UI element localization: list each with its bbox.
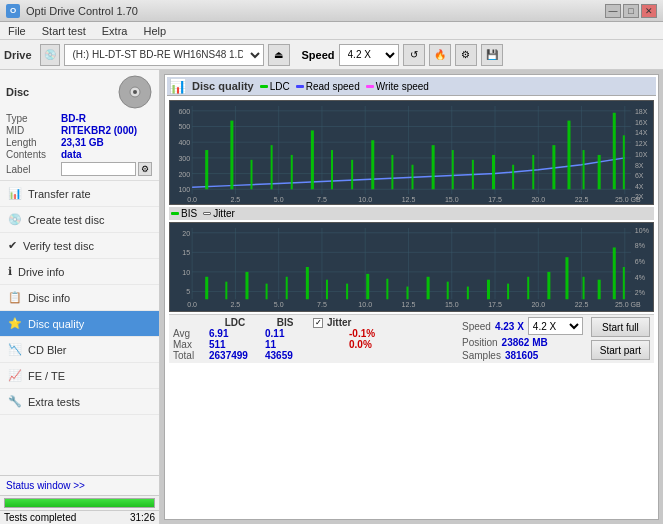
svg-text:5.0: 5.0 <box>274 301 284 308</box>
svg-text:15.0: 15.0 <box>445 301 459 308</box>
drive-selector[interactable]: (H:) HL-DT-ST BD-RE WH16NS48 1.D3 <box>64 44 264 66</box>
status-time: 31:26 <box>130 512 155 523</box>
speed-label: Speed <box>302 49 335 61</box>
svg-text:2.5: 2.5 <box>231 196 241 203</box>
sidebar-item-disc-quality[interactable]: ⭐ Disc quality <box>0 311 159 337</box>
svg-text:7.5: 7.5 <box>317 196 327 203</box>
sidebar-item-verify-test-disc[interactable]: ✔ Verify test disc <box>0 233 159 259</box>
legend-jitter: Jitter <box>203 208 235 219</box>
charts-wrapper: 600 500 400 300 200 100 18X 16X 14X 12X … <box>167 98 656 517</box>
svg-rect-38 <box>552 145 555 189</box>
svg-rect-33 <box>452 150 454 189</box>
svg-rect-29 <box>371 140 374 189</box>
svg-rect-37 <box>532 155 534 189</box>
svg-text:6%: 6% <box>635 258 645 265</box>
burn-button[interactable]: 🔥 <box>429 44 451 66</box>
app-icon: O <box>6 4 20 18</box>
menu-file[interactable]: File <box>4 25 30 37</box>
write-speed-dot <box>366 85 374 88</box>
svg-rect-103 <box>547 272 550 299</box>
menu-bar: File Start test Extra Help <box>0 22 663 40</box>
type-key: Type <box>6 113 61 124</box>
speed-select-stats[interactable]: 4.2 X <box>528 317 583 335</box>
svg-rect-105 <box>583 277 585 299</box>
maximize-button[interactable]: □ <box>623 4 639 18</box>
jitter-checkbox[interactable]: ✓ <box>313 318 323 328</box>
svg-text:300: 300 <box>178 155 190 162</box>
svg-rect-31 <box>412 165 414 190</box>
extra-tests-icon: 🔧 <box>8 395 22 408</box>
svg-text:400: 400 <box>178 139 190 146</box>
svg-text:22.5: 22.5 <box>575 301 589 308</box>
total-bis: 43659 <box>265 350 305 361</box>
mid-key: MID <box>6 125 61 136</box>
avg-label: Avg <box>173 328 205 339</box>
svg-rect-94 <box>366 274 369 299</box>
svg-text:22.5: 22.5 <box>575 196 589 203</box>
svg-rect-87 <box>225 282 227 300</box>
svg-rect-89 <box>266 284 268 300</box>
label-button[interactable]: ⚙ <box>138 162 152 176</box>
status-window-button[interactable]: Status window >> <box>0 475 159 495</box>
disc-info-label: Disc info <box>28 292 70 304</box>
disc-info-icon: 📋 <box>8 291 22 304</box>
upper-chart-svg: 600 500 400 300 200 100 18X 16X 14X 12X … <box>170 101 653 204</box>
start-full-button[interactable]: Start full <box>591 317 650 337</box>
menu-extra[interactable]: Extra <box>98 25 132 37</box>
max-label: Max <box>173 339 205 350</box>
length-key: Length <box>6 137 61 148</box>
fe-te-label: FE / TE <box>28 370 65 382</box>
title-bar: O Opti Drive Control 1.70 — □ ✕ <box>0 0 663 22</box>
svg-rect-24 <box>271 145 273 189</box>
sidebar-item-fe-te[interactable]: 📈 FE / TE <box>0 363 159 389</box>
bis-col-header: BIS <box>265 317 305 328</box>
svg-rect-70 <box>170 223 653 311</box>
transfer-rate-icon: 📊 <box>8 187 22 200</box>
disc-section-title: Disc <box>6 86 29 98</box>
settings-button[interactable]: ⚙ <box>455 44 477 66</box>
minimize-button[interactable]: — <box>605 4 621 18</box>
sidebar-item-disc-info[interactable]: 📋 Disc info <box>0 285 159 311</box>
eject-button[interactable]: ⏏ <box>268 44 290 66</box>
svg-rect-99 <box>467 287 469 300</box>
svg-rect-86 <box>205 277 208 299</box>
save-button[interactable]: 💾 <box>481 44 503 66</box>
jitter-dot <box>203 212 211 215</box>
close-button[interactable]: ✕ <box>641 4 657 18</box>
svg-text:25.0 GB: 25.0 GB <box>615 196 641 203</box>
menu-help[interactable]: Help <box>139 25 170 37</box>
transfer-rate-label: Transfer rate <box>28 188 91 200</box>
svg-rect-23 <box>251 160 253 189</box>
svg-rect-90 <box>286 277 288 299</box>
menu-start-test[interactable]: Start test <box>38 25 90 37</box>
legend-write-speed: Write speed <box>366 81 429 92</box>
app-title: Opti Drive Control 1.70 <box>26 5 138 17</box>
svg-text:10.0: 10.0 <box>358 196 372 203</box>
speed-selector[interactable]: 4.2 X <box>339 44 399 66</box>
label-key: Label <box>6 164 61 175</box>
sidebar-item-create-test-disc[interactable]: 💿 Create test disc <box>0 207 159 233</box>
svg-rect-27 <box>331 150 333 189</box>
svg-text:10: 10 <box>182 269 190 276</box>
legend-bis: BIS <box>171 208 197 219</box>
svg-rect-43 <box>623 135 625 189</box>
verify-test-disc-label: Verify test disc <box>23 240 94 252</box>
disc-panel: Disc Type BD-R MID RITEKBR2 (000) Length… <box>0 70 159 181</box>
label-input[interactable] <box>61 162 136 176</box>
sidebar-item-transfer-rate[interactable]: 📊 Transfer rate <box>0 181 159 207</box>
svg-rect-96 <box>406 287 408 300</box>
sidebar-item-extra-tests[interactable]: 🔧 Extra tests <box>0 389 159 415</box>
svg-text:12X: 12X <box>635 140 648 147</box>
create-test-disc-label: Create test disc <box>28 214 104 226</box>
refresh-button[interactable]: ↺ <box>403 44 425 66</box>
svg-text:15: 15 <box>182 249 190 256</box>
progress-bar <box>4 498 155 508</box>
svg-text:20.0: 20.0 <box>531 301 545 308</box>
svg-text:12.5: 12.5 <box>402 301 416 308</box>
max-ldc: 511 <box>209 339 261 350</box>
svg-text:4%: 4% <box>635 274 645 281</box>
start-part-button[interactable]: Start part <box>591 340 650 360</box>
sidebar-item-drive-info[interactable]: ℹ Drive info <box>0 259 159 285</box>
svg-text:8X: 8X <box>635 162 644 169</box>
sidebar-item-cd-bler[interactable]: 📉 CD Bler <box>0 337 159 363</box>
